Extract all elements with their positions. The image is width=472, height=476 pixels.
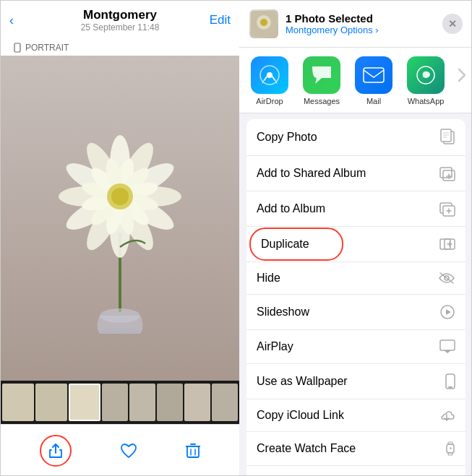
svg-rect-70 (448, 453, 452, 455)
app-mail[interactable]: Mail (353, 56, 394, 105)
svg-marker-62 (446, 309, 451, 315)
messages-svg (311, 65, 332, 85)
create-watch-icon (445, 441, 455, 456)
svg-point-37 (260, 19, 267, 26)
trash-button[interactable] (186, 443, 200, 459)
flower-svg (40, 103, 199, 334)
hide-label: Hide (257, 272, 280, 285)
save-files-item[interactable]: Save to Files (246, 466, 465, 476)
svg-rect-69 (448, 442, 452, 444)
slideshow-icon (439, 304, 455, 320)
album-name: Montgomery Options › (286, 25, 379, 35)
copy-photo-label: Copy Photo (257, 131, 317, 144)
edit-button[interactable]: Edit (210, 13, 231, 27)
whatsapp-label: WhatsApp (408, 97, 445, 105)
more-apps-indicator (458, 56, 466, 94)
share-icon (49, 443, 62, 458)
hide-item[interactable]: Hide (246, 262, 465, 295)
app-row: AirDrop Messages Mail (239, 48, 472, 113)
app-messages[interactable]: Messages (301, 56, 342, 105)
mail-label: Mail (366, 97, 381, 105)
photo-thumbnail (249, 9, 278, 38)
share-header-info: 1 Photo Selected Montgomery Options › (249, 9, 379, 38)
thumbnail[interactable] (102, 384, 128, 421)
flower-image (1, 56, 239, 381)
wallpaper-icon (445, 373, 455, 389)
portrait-icon (12, 43, 22, 53)
back-button[interactable]: ‹ (9, 13, 14, 28)
create-watch-item[interactable]: Create Watch Face (246, 432, 465, 466)
thumbnail[interactable] (35, 384, 67, 421)
trash-icon (186, 443, 200, 459)
svg-point-29 (111, 188, 129, 205)
nav-bar: ‹ Montgomery 25 September 11:48 Edit (1, 1, 239, 40)
thumbnail[interactable] (157, 384, 183, 421)
share-header: 1 Photo Selected Montgomery Options › ✕ (239, 1, 472, 48)
app-whatsapp[interactable]: WhatsApp (406, 56, 446, 105)
photo-title: Montgomery (81, 8, 160, 22)
duplicate-item[interactable]: Duplicate (246, 227, 465, 262)
airplay-icon (439, 339, 455, 354)
whatsapp-icon (407, 56, 445, 94)
slideshow-label: Slideshow (257, 306, 309, 319)
whatsapp-svg (416, 65, 436, 85)
mail-icon (355, 56, 392, 94)
photo-container (1, 56, 239, 381)
copy-photo-item[interactable]: Copy Photo (246, 119, 465, 156)
add-album-icon (439, 201, 455, 217)
airdrop-label: AirDrop (256, 97, 283, 105)
selected-title: 1 Photo Selected (286, 12, 379, 25)
thumbnail[interactable] (69, 384, 100, 421)
airplay-item[interactable]: AirPlay (246, 330, 465, 364)
copy-icloud-label: Copy iCloud Link (257, 409, 344, 422)
add-album-label: Add to Album (257, 202, 325, 215)
duplicate-label: Duplicate (257, 238, 309, 251)
left-panel: ‹ Montgomery 25 September 11:48 Edit POR… (1, 1, 239, 476)
svg-rect-63 (440, 340, 455, 350)
portrait-label: PORTRAIT (1, 40, 239, 56)
copy-photo-icon (439, 129, 455, 146)
close-button[interactable]: ✕ (442, 14, 463, 34)
thumbnail-strip (1, 381, 239, 424)
thumbnail[interactable] (184, 384, 210, 421)
duplicate-icon (439, 236, 455, 252)
svg-rect-0 (14, 43, 20, 52)
messages-label: Messages (304, 97, 340, 105)
nav-title: Montgomery 25 September 11:48 (81, 8, 160, 33)
add-shared-album-icon (439, 165, 455, 181)
svg-rect-66 (448, 386, 452, 388)
share-text-block: 1 Photo Selected Montgomery Options › (286, 12, 379, 35)
svg-line-60 (440, 273, 453, 283)
actions-list: Copy Photo Add to Shared Album (239, 113, 472, 476)
thumbnail[interactable] (2, 384, 34, 421)
airdrop-icon (251, 56, 288, 94)
svg-rect-40 (364, 68, 384, 82)
hide-icon (438, 272, 455, 285)
messages-icon (303, 56, 340, 94)
thumbnail[interactable] (212, 384, 238, 421)
share-header-top: 1 Photo Selected Montgomery Options › ✕ (249, 9, 463, 38)
right-panel: 1 Photo Selected Montgomery Options › ✕ … (239, 1, 472, 476)
wallpaper-item[interactable]: Use as Wallpaper (246, 364, 465, 399)
wallpaper-label: Use as Wallpaper (257, 375, 348, 388)
svg-marker-64 (444, 350, 451, 353)
copy-icloud-item[interactable]: Copy iCloud Link (246, 399, 465, 432)
like-button[interactable] (120, 443, 137, 459)
add-shared-album-item[interactable]: Add to Shared Album (246, 156, 465, 191)
heart-icon (120, 443, 137, 459)
options-link[interactable]: Options › (340, 25, 379, 35)
airplay-label: AirPlay (257, 340, 293, 353)
thumbnail[interactable] (129, 384, 155, 421)
thumb-flower-icon (251, 11, 277, 37)
airdrop-svg (259, 64, 280, 86)
bottom-toolbar (1, 424, 239, 476)
add-shared-album-label: Add to Shared Album (257, 167, 366, 180)
svg-rect-30 (187, 446, 199, 457)
share-button[interactable] (40, 435, 72, 467)
mail-svg (363, 67, 385, 83)
app-airdrop[interactable]: AirDrop (249, 56, 290, 105)
create-watch-label: Create Watch Face (257, 442, 356, 455)
action-group-1: Copy Photo Add to Shared Album (246, 119, 465, 476)
slideshow-item[interactable]: Slideshow (246, 295, 465, 330)
add-album-item[interactable]: Add to Album (246, 191, 465, 227)
